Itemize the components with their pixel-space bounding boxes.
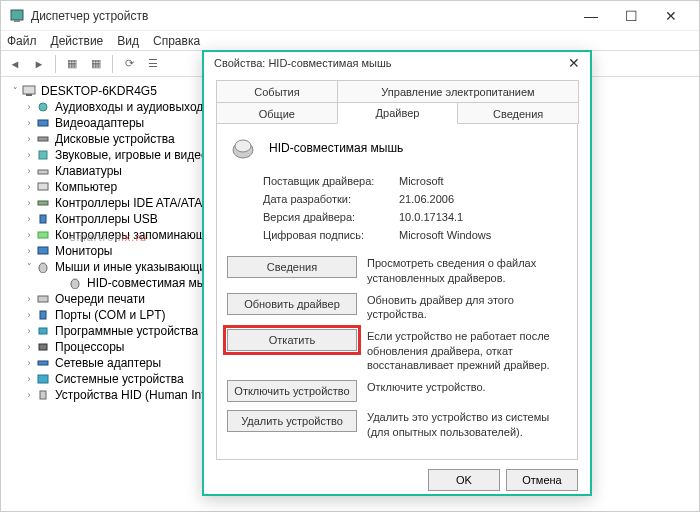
signature-value: Microsoft Windows [399, 229, 491, 241]
category-icon [35, 116, 51, 130]
driver-details-desc: Просмотреть сведения о файлах установлен… [367, 256, 567, 285]
svg-rect-19 [39, 344, 47, 350]
category-icon [35, 388, 51, 402]
svg-rect-17 [40, 311, 46, 319]
expand-icon[interactable]: › [23, 182, 35, 192]
category-icon [35, 292, 51, 306]
category-icon [35, 212, 51, 226]
disable-device-desc: Отключите устройство. [367, 380, 486, 394]
dialog-title-bar: Свойства: HID-совместимая мышь ✕ [204, 52, 590, 74]
vendor-value: Microsoft [399, 175, 444, 187]
refresh-icon[interactable]: ⟳ [119, 54, 139, 74]
expand-icon[interactable]: › [23, 326, 35, 336]
update-driver-desc: Обновить драйвер для этого устройства. [367, 293, 567, 322]
expand-icon[interactable]: › [23, 230, 35, 240]
svg-rect-10 [38, 201, 48, 205]
expand-icon[interactable]: › [23, 198, 35, 208]
minimize-button[interactable]: — [571, 2, 611, 30]
expand-icon[interactable]: › [23, 374, 35, 384]
mouse-icon [227, 136, 259, 160]
expand-icon[interactable]: › [23, 118, 35, 128]
dialog-footer: OK Отмена [204, 466, 590, 494]
category-icon [35, 356, 51, 370]
expand-icon[interactable]: › [23, 294, 35, 304]
menu-bar: Файл Действие Вид Справка [1, 31, 699, 51]
tab-details[interactable]: Сведения [457, 102, 579, 124]
svg-rect-20 [38, 361, 48, 365]
window-title: Диспетчер устройств [31, 9, 571, 23]
rollback-driver-button[interactable]: Откатить [227, 329, 357, 351]
category-icon [35, 340, 51, 354]
menu-help[interactable]: Справка [153, 34, 200, 48]
tab-driver[interactable]: Драйвер [337, 102, 459, 124]
expand-icon[interactable]: › [23, 390, 35, 400]
svg-rect-11 [40, 215, 46, 223]
category-icon [35, 164, 51, 178]
svg-rect-18 [39, 328, 47, 334]
menu-view[interactable]: Вид [117, 34, 139, 48]
collapse-icon[interactable]: ˅ [23, 262, 35, 272]
dialog-close-button[interactable]: ✕ [568, 55, 580, 71]
svg-rect-5 [38, 120, 48, 126]
expand-icon[interactable]: › [23, 134, 35, 144]
expand-icon[interactable]: › [23, 166, 35, 176]
toolbar-button[interactable]: ▦ [62, 54, 82, 74]
svg-rect-9 [38, 183, 48, 190]
back-icon[interactable]: ◄ [5, 54, 25, 74]
ok-button[interactable]: OK [428, 469, 500, 491]
toolbar-button[interactable]: ▦ [86, 54, 106, 74]
category-icon [35, 324, 51, 338]
expand-icon[interactable]: › [23, 150, 35, 160]
category-icon [35, 228, 51, 242]
disable-device-button[interactable]: Отключить устройство [227, 380, 357, 402]
uninstall-device-button[interactable]: Удалить устройство [227, 410, 357, 432]
category-icon [35, 308, 51, 322]
category-icon [35, 100, 51, 114]
expand-icon[interactable]: › [23, 214, 35, 224]
properties-icon[interactable]: ☰ [143, 54, 163, 74]
rollback-driver-desc: Если устройство не работает после обновл… [367, 329, 567, 372]
tab-events[interactable]: События [216, 80, 338, 102]
version-value: 10.0.17134.1 [399, 211, 463, 223]
forward-icon[interactable]: ► [29, 54, 49, 74]
svg-rect-21 [38, 375, 48, 383]
category-icon [35, 132, 51, 146]
title-bar: Диспетчер устройств — ☐ ✕ [1, 1, 699, 31]
expand-icon[interactable]: › [23, 342, 35, 352]
tab-general[interactable]: Общие [216, 102, 338, 124]
vendor-label: Поставщик драйвера: [263, 175, 399, 187]
svg-rect-0 [11, 10, 23, 20]
expand-icon[interactable]: › [23, 310, 35, 320]
device-name: HID-совместимая мышь [269, 141, 403, 155]
expand-icon[interactable]: › [23, 358, 35, 368]
maximize-button[interactable]: ☐ [611, 2, 651, 30]
category-icon [35, 196, 51, 210]
expand-icon[interactable]: › [23, 246, 35, 256]
svg-rect-22 [40, 391, 46, 399]
category-icon [35, 148, 51, 162]
menu-action[interactable]: Действие [51, 34, 104, 48]
svg-rect-16 [38, 296, 48, 302]
driver-details-button[interactable]: Сведения [227, 256, 357, 278]
svg-rect-12 [38, 232, 48, 238]
close-button[interactable]: ✕ [651, 2, 691, 30]
svg-rect-6 [38, 137, 48, 141]
cancel-button[interactable]: Отмена [506, 469, 578, 491]
dialog-title: Свойства: HID-совместимая мышь [214, 57, 392, 69]
svg-point-15 [71, 279, 79, 289]
expand-icon[interactable]: › [23, 102, 35, 112]
menu-file[interactable]: Файл [7, 34, 37, 48]
tab-panel-driver: HID-совместимая мышь Поставщик драйвера:… [216, 123, 578, 460]
tab-power[interactable]: Управление электропитанием [337, 80, 579, 102]
category-icon [35, 372, 51, 386]
separator [55, 55, 56, 73]
version-label: Версия драйвера: [263, 211, 399, 223]
category-icon [35, 180, 51, 194]
collapse-icon[interactable]: ˅ [9, 86, 21, 96]
update-driver-button[interactable]: Обновить драйвер [227, 293, 357, 315]
category-icon [35, 260, 51, 274]
svg-rect-13 [38, 247, 48, 254]
driver-info: Поставщик драйвера:Microsoft Дата разраб… [263, 172, 567, 244]
app-icon [9, 8, 25, 24]
svg-point-24 [235, 140, 251, 152]
